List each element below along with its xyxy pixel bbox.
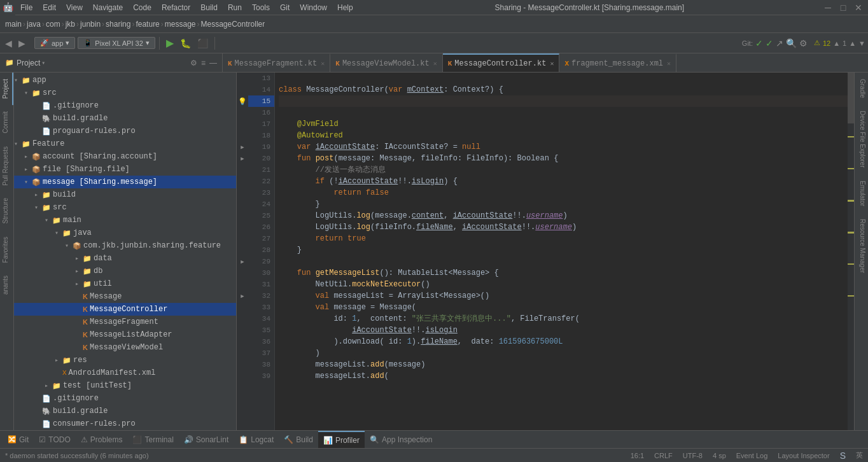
menu-item-run[interactable]: Run — [223, 0, 247, 15]
bottom-tab-git[interactable]: 🔀 Git — [3, 431, 34, 448]
bottom-tab-profiler[interactable]: 📊 Profiler — [318, 431, 365, 448]
git-arrow-btn[interactable]: ↗ — [776, 38, 783, 48]
left-tab-commit[interactable]: Commit — [0, 105, 13, 139]
device-btn[interactable]: 📱Pixel XL API 32▾ — [78, 37, 155, 49]
menu-item-file[interactable]: File — [15, 0, 38, 15]
file-tab-close[interactable]: ✕ — [433, 60, 437, 67]
tree-item[interactable]: XAndroidManifest.xml — [14, 367, 236, 379]
right-tab-device-file[interactable]: Device File Explorer — [855, 104, 868, 174]
tree-item[interactable]: ▾📦com.jkb.junbin.sharing.feature — [14, 239, 236, 252]
forward-btn[interactable]: ▶ — [16, 37, 28, 50]
maximize-button[interactable]: □ — [836, 1, 850, 15]
project-collapse-btn[interactable]: ≡ — [201, 59, 206, 67]
tree-item[interactable]: ▸📁data — [14, 252, 236, 265]
file-tab-close[interactable]: ✕ — [667, 60, 671, 67]
breadcrumb-item-jkb[interactable]: jkb — [66, 20, 75, 29]
right-tab-gradle[interactable]: Gradle — [855, 73, 868, 104]
tree-item[interactable]: ▸📁util — [14, 277, 236, 290]
settings-btn[interactable]: ⚙ — [799, 38, 808, 48]
tree-item[interactable]: ▾📦message [Sharing.message] — [14, 176, 236, 188]
editor-scrollbar[interactable] — [848, 73, 854, 430]
tree-item[interactable]: ▾📁main — [14, 214, 236, 227]
tree-item[interactable]: 📄consumer-rules.pro — [14, 417, 236, 430]
window-controls[interactable]: ─ □ ✕ — [821, 1, 865, 15]
breadcrumb[interactable]: main › java › com › jkb › junbin › shari… — [5, 20, 265, 29]
tree-item[interactable]: KMessageController — [14, 303, 236, 316]
menu-item-help[interactable]: Help — [332, 0, 358, 15]
bottom-tab-build[interactable]: 🔨 Build — [279, 431, 318, 448]
menu-item-git[interactable]: Git — [275, 0, 295, 15]
git-push-btn[interactable]: ✓ — [766, 38, 773, 48]
right-tab-resource-manager[interactable]: Resource Manager — [855, 213, 868, 279]
tree-item[interactable]: 🐘build.gradle — [14, 112, 236, 125]
tree-item[interactable]: ▾📁java — [14, 227, 236, 239]
file-tab-close[interactable]: ✕ — [321, 60, 325, 67]
run-config-btn[interactable]: 🚀app▾ — [34, 37, 75, 49]
back-btn[interactable]: ◀ — [3, 37, 15, 50]
left-tab-anants[interactable]: anants — [0, 269, 13, 301]
menu-item-code[interactable]: Code — [128, 0, 157, 15]
status-position[interactable]: 16:1 — [631, 452, 644, 459]
tree-item[interactable]: KMessageFragment — [14, 316, 236, 328]
debug-button[interactable]: 🐛 — [178, 37, 193, 50]
tree-item[interactable]: 📄.gitignore — [14, 392, 236, 405]
left-tab-pullrequests[interactable]: Pull Requests — [0, 140, 13, 192]
breadcrumb-item-java[interactable]: java — [27, 20, 41, 29]
status-layout-inspector[interactable]: Layout Inspector — [778, 452, 829, 459]
tree-item[interactable]: ▸📦account [Sharing.account] — [14, 150, 236, 163]
git-check-btn[interactable]: ✓ — [755, 38, 763, 48]
status-line-sep[interactable]: CRLF — [654, 452, 673, 459]
breadcrumb-item-message[interactable]: message — [165, 20, 196, 29]
tree-item[interactable]: ▾📁src — [14, 201, 236, 214]
breadcrumb-item-main[interactable]: main — [5, 20, 22, 29]
tree-item[interactable]: 🐘build.gradle — [14, 405, 236, 417]
tree-item[interactable]: ▾📁Feature — [14, 137, 236, 150]
left-tab-favorites[interactable]: Favorites — [0, 230, 13, 269]
tree-item[interactable]: KMessageListAdapter — [14, 328, 236, 341]
file-tab-fragment_message-xml[interactable]: Xfragment_message.xml✕ — [559, 53, 676, 72]
close-button[interactable]: ✕ — [851, 1, 865, 15]
status-event-log[interactable]: Event Log — [736, 452, 768, 459]
breadcrumb-item-messagecontroller[interactable]: MessageController — [201, 20, 265, 29]
menu-item-tools[interactable]: Tools — [247, 0, 275, 15]
tree-item[interactable]: 📄proguard-rules.pro — [14, 125, 236, 137]
tree-item[interactable]: KMessage — [14, 290, 236, 303]
stop-button[interactable]: ⬛ — [195, 37, 211, 50]
menu-item-edit[interactable]: Edit — [38, 0, 61, 15]
project-hide-btn[interactable]: — — [209, 59, 217, 67]
code-lines[interactable]: class MessageController(var mContext: Co… — [275, 73, 848, 430]
file-tab-MessageViewModel-kt[interactable]: KMessageViewModel.kt✕ — [330, 53, 442, 72]
menu-item-window[interactable]: Window — [295, 0, 332, 15]
tree-item[interactable]: ▸📦file [Sharing.file] — [14, 163, 236, 176]
breadcrumb-item-feature[interactable]: feature — [136, 20, 159, 29]
file-tab-MessageController-kt[interactable]: KMessageController.kt✕ — [443, 53, 560, 72]
tree-item[interactable]: ▾📁src — [14, 87, 236, 99]
bottom-tab-problems[interactable]: ⚠ Problems — [76, 431, 128, 448]
breadcrumb-item-sharing[interactable]: sharing — [106, 20, 130, 29]
project-sync-btn[interactable]: ⚙ — [190, 59, 197, 67]
tree-item[interactable]: ▸📁res — [14, 354, 236, 367]
bottom-tab-appinspection[interactable]: 🔍 App Inspection — [365, 431, 437, 448]
minimize-button[interactable]: ─ — [821, 1, 835, 15]
menu-item-navigate[interactable]: Navigate — [88, 0, 128, 15]
menu-item-refactor[interactable]: Refactor — [157, 0, 195, 15]
left-tab-structure[interactable]: Structure — [0, 192, 13, 230]
tree-item[interactable]: ▸📁db — [14, 265, 236, 277]
status-indent[interactable]: 4 sp — [713, 452, 726, 459]
bottom-tab-sonarlint[interactable]: 🔊 SonarLint — [179, 431, 234, 448]
warning-indicator[interactable]: ⚠12 ▲1 ▲ ▼ — [814, 39, 865, 47]
tree-item[interactable]: ▸📁build — [14, 188, 236, 201]
file-tab-MessageFragment-kt[interactable]: KMessageFragment.kt✕ — [223, 53, 330, 72]
run-button[interactable]: ▶ — [164, 36, 176, 50]
bottom-tab-todo[interactable]: ☑ TODO — [34, 431, 75, 448]
tree-item[interactable]: ▸📁test [unitTest] — [14, 379, 236, 392]
breadcrumb-item-junbin[interactable]: junbin — [80, 20, 101, 29]
search-btn[interactable]: 🔍 — [786, 38, 797, 48]
tree-item[interactable]: 📄.gitignore — [14, 99, 236, 112]
bottom-tab-terminal[interactable]: ⬛ Terminal — [127, 431, 178, 448]
file-tab-close-active[interactable]: ✕ — [550, 60, 554, 67]
right-tab-emulator[interactable]: Emulator — [855, 174, 868, 213]
tree-item[interactable]: ▾📁app — [14, 74, 236, 87]
left-tab-project[interactable]: Project — [0, 73, 13, 105]
bottom-tab-logcat[interactable]: 📋 Logcat — [234, 431, 279, 448]
